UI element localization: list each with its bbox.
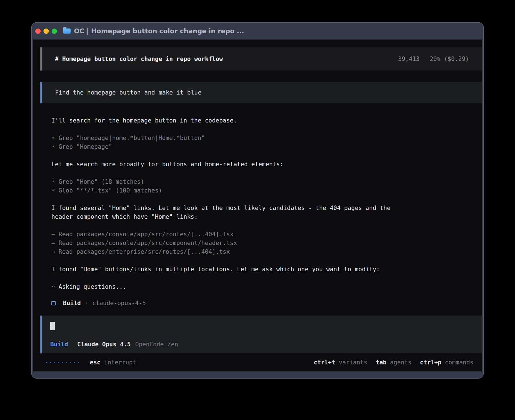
token-count: 39,413 (398, 56, 420, 62)
assistant-text-line: I found "Home" buttons/links in multiple… (51, 265, 404, 274)
spinner-dot (54, 362, 55, 363)
tool-bullet-icon: * (51, 143, 55, 152)
assistant-text-line: Let me search more broadly for buttons a… (51, 160, 404, 169)
conversation: I'll search for the homepage button in t… (51, 116, 404, 291)
agent-name: Build (63, 300, 81, 307)
session-stats: 39,413 20% ($0.29) (398, 56, 469, 62)
user-message: Find the homepage button and make it blu… (40, 82, 482, 103)
tool-call-line: → Read packages/console/app/src/componen… (51, 239, 404, 248)
zoom-button[interactable] (52, 29, 57, 34)
titlebar[interactable]: OC | Homepage button color change in rep… (33, 23, 482, 40)
tool-call-line: * Glob "**/*.tsx" (100 matches) (51, 186, 404, 195)
interrupt-key: esc (90, 359, 101, 366)
folder-icon (63, 29, 71, 34)
tool-call-line: * Grep "Homepage" (51, 143, 404, 151)
spinner-dot (74, 362, 75, 363)
input-meta: Build Claude Opus 4.5 OpenCode Zen (50, 341, 473, 348)
session-title: # Homepage button color change in repo w… (55, 56, 223, 62)
shortcut-hint: ctrl+t variants (314, 359, 367, 366)
terminal-window: OC | Homepage button color change in rep… (32, 23, 483, 378)
tool-arrow-icon: → (51, 239, 55, 248)
tool-bullet-icon: * (51, 178, 55, 187)
statusbar: esc interrupt ctrl+t variantstab agentsc… (46, 359, 473, 366)
shortcut-hint: tab agents (376, 359, 411, 366)
blank-line (51, 151, 404, 160)
prompt-input[interactable]: Build Claude Opus 4.5 OpenCode Zen (40, 316, 482, 353)
blank-line (51, 274, 404, 283)
spinner-dot (62, 362, 63, 363)
minimize-button[interactable] (43, 29, 49, 34)
blank-line (51, 256, 404, 265)
shortcut-label: variants (335, 359, 367, 366)
spinner-dot (58, 362, 59, 363)
spinner-dot (66, 362, 67, 363)
user-message-text: Find the homepage button and make it blu… (55, 89, 201, 96)
tool-arrow-icon: → (51, 248, 55, 256)
blank-line (51, 195, 404, 204)
text-cursor (50, 322, 55, 330)
spinner-dots (46, 362, 79, 363)
close-button[interactable] (35, 29, 41, 34)
interrupt-label (101, 359, 104, 366)
agent-separator: · (85, 300, 88, 307)
context-cost: 20% ($0.29) (430, 56, 469, 62)
assistant-text-line: ~ Asking questions... (51, 283, 404, 291)
agent-build-icon (51, 301, 56, 305)
shortcut-hint: ctrl+p commands (420, 359, 473, 366)
spinner-dot (78, 362, 79, 363)
tool-bullet-icon: * (51, 187, 55, 196)
tool-bullet-icon: * (51, 135, 55, 143)
shortcut-label: agents (387, 359, 412, 366)
shortcut-key: ctrl+p (420, 359, 441, 366)
statusbar-left: esc interrupt (46, 359, 136, 366)
tool-call-line: * Grep "homepage|home.*button|Home.*butt… (51, 134, 404, 143)
tool-call-line: → Read packages/console/app/src/routes/[… (51, 230, 404, 239)
window-title: OC | Homepage button color change in rep… (74, 27, 244, 35)
assistant-text-line: I found several "Home" links. Let me loo… (51, 204, 404, 221)
statusbar-right: ctrl+t variantstab agentsctrl+p commands (314, 359, 473, 366)
input-provider: OpenCode Zen (135, 341, 178, 348)
shortcut-key: tab (376, 359, 387, 366)
blank-line (51, 221, 404, 230)
tool-call-line: → Read packages/enterprise/src/routes/[.… (51, 248, 404, 256)
spinner-dot (70, 362, 71, 363)
shortcut-key: ctrl+t (314, 359, 335, 366)
agent-status-line: Build · claude-opus-4-5 (51, 299, 482, 308)
interrupt-hint: esc interrupt (90, 359, 136, 366)
tool-arrow-icon: → (51, 230, 55, 239)
input-mode: Build (50, 341, 68, 348)
agent-model: claude-opus-4-5 (92, 300, 146, 307)
blank-line (51, 169, 404, 178)
spinner-dot (50, 362, 51, 363)
blank-line (51, 125, 404, 134)
terminal-content: # Homepage button color change in repo w… (33, 40, 482, 371)
shortcut-label: commands (441, 359, 473, 366)
input-model: Claude Opus 4.5 (77, 341, 131, 348)
assistant-text-line: I'll search for the homepage button in t… (51, 116, 404, 125)
session-header: # Homepage button color change in repo w… (40, 47, 482, 71)
spinner-dot (46, 362, 47, 363)
tool-call-line: * Grep "Home" (18 matches) (51, 178, 404, 186)
